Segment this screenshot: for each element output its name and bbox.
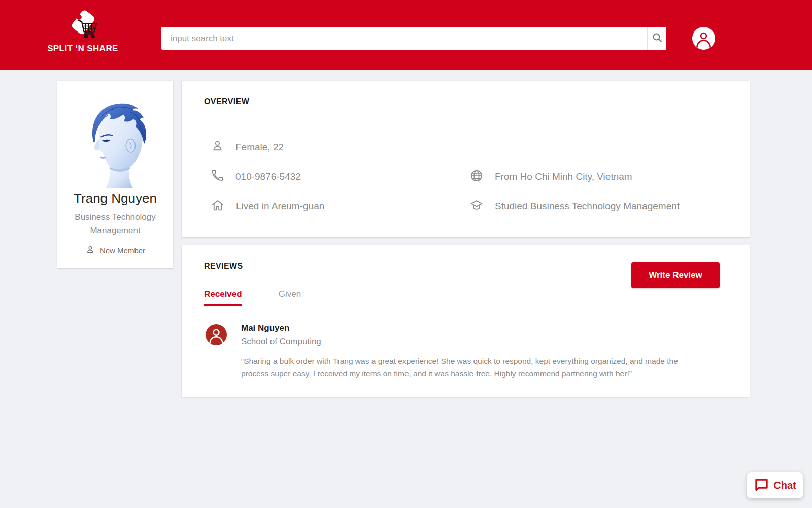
phone-icon [211, 169, 224, 185]
tab-received[interactable]: Received [204, 289, 242, 306]
overview-item-studied: Studied Business Technology Management [469, 198, 750, 215]
brand-logo[interactable]: SPLIT ‘N SHARE [45, 10, 121, 54]
profile-avatar-icon [692, 43, 715, 50]
overview-item-phone: 010-9876-5432 [211, 168, 469, 185]
overview-title: OVERVIEW [182, 81, 750, 106]
overview-grid-spacer [469, 139, 750, 156]
overview-item-text: Studied Business Technology Management [495, 201, 680, 212]
blue-male-portrait [71, 94, 160, 188]
tag-cart-logo-icon [45, 10, 121, 43]
search-input[interactable] [161, 27, 647, 50]
reviews-card: REVIEWS Write Review Received Given Mai … [182, 245, 750, 397]
home-icon [211, 198, 225, 215]
member-badge: New Member [57, 245, 173, 257]
reviews-tabs: Received Given [204, 289, 301, 306]
review-item: Mai Nguyen School of Computing “Sharing … [206, 323, 719, 380]
review-quote: “Sharing a bulk order with Trang was a g… [241, 355, 698, 380]
write-review-button[interactable]: Write Review [631, 262, 720, 288]
profile-card: Trang Nguyen Business Technology Managem… [57, 81, 173, 268]
overview-card: OVERVIEW Female, 22 010-9876-5432 [182, 81, 750, 237]
overview-item-text: From Ho Chi Minh City, Vietnam [495, 171, 632, 182]
search-bar [161, 27, 666, 50]
chat-button[interactable]: Chat [747, 472, 803, 498]
search-icon [652, 32, 663, 45]
globe-icon [469, 169, 484, 185]
overview-item-lived: Lived in Areum-guan [211, 198, 469, 215]
chat-button-label: Chat [773, 480, 796, 491]
reviewer-avatar[interactable] [206, 324, 227, 345]
brand-name: SPLIT ‘N SHARE [45, 44, 121, 54]
tab-given[interactable]: Given [279, 289, 301, 306]
profile-name: Trang Nguyen [57, 190, 173, 206]
account-avatar-button[interactable] [692, 27, 715, 50]
person-icon [85, 245, 95, 257]
person-icon [206, 338, 227, 345]
chat-bubble-icon [754, 478, 769, 493]
app-header: SPLIT ‘N SHARE [0, 0, 812, 70]
graduation-cap-icon [469, 198, 484, 215]
reviewer-subtitle: School of Computing [241, 337, 719, 347]
overview-item-text: Female, 22 [235, 142, 284, 153]
reviewer-name: Mai Nguyen [241, 323, 719, 333]
member-badge-label: New Member [100, 246, 145, 255]
overview-grid: Female, 22 010-9876-5432 From Ho Chi Min… [182, 122, 750, 215]
divider [182, 306, 750, 306]
overview-item-gender-age: Female, 22 [211, 139, 469, 156]
person-icon [211, 139, 224, 155]
overview-item-text: 010-9876-5432 [235, 171, 301, 182]
profile-program: Business Technology Management [57, 211, 173, 237]
search-button[interactable] [647, 27, 666, 50]
overview-item-text: Lived in Areum-guan [236, 201, 324, 212]
overview-item-from: From Ho Chi Minh City, Vietnam [469, 168, 750, 185]
